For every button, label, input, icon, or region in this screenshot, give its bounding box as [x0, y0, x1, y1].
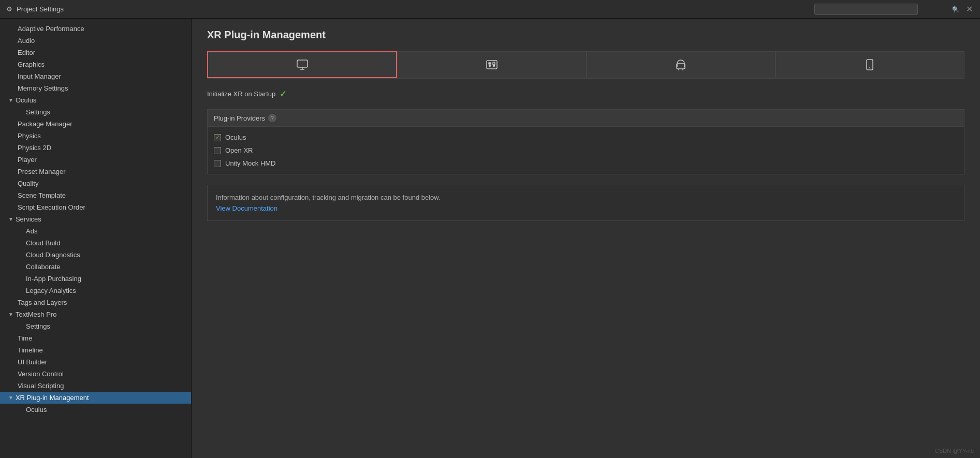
svg-rect-4	[489, 63, 491, 64]
search-input[interactable]	[814, 4, 918, 15]
arrow-icon: ▼	[8, 216, 13, 222]
title-bar-actions: ⋮ ✕	[948, 3, 975, 15]
checkbox-open-xr[interactable]	[214, 147, 221, 154]
sidebar-label: Collaborate	[26, 263, 61, 271]
sidebar-item-collaborate[interactable]: Collaborate	[0, 261, 191, 273]
plugin-providers-header: Plug-in Providers ?	[207, 109, 964, 126]
sidebar-item-legacy-analytics[interactable]: Legacy Analytics	[0, 285, 191, 297]
sidebar-item-input-manager[interactable]: Input Manager	[0, 70, 191, 82]
sidebar-label: Visual Scripting	[18, 382, 64, 390]
sidebar: Adaptive PerformanceAudioEditorGraphicsI…	[0, 19, 192, 458]
sidebar-label: Physics 2D	[18, 144, 51, 152]
sidebar-item-package-manager[interactable]: Package Manager	[0, 118, 191, 130]
sidebar-label: Legacy Analytics	[26, 287, 76, 294]
tab-standalone[interactable]	[207, 51, 397, 78]
plugin-item-oculus: Oculus	[214, 131, 958, 144]
sidebar-label: Quality	[18, 180, 38, 187]
sidebar-item-oculus-settings[interactable]: Settings	[0, 106, 191, 118]
sidebar-label: Adaptive Performance	[18, 25, 84, 33]
sidebar-item-xr-oculus[interactable]: Oculus	[0, 404, 191, 416]
sidebar-label: Time	[18, 334, 32, 342]
sidebar-item-textmesh-settings[interactable]: Settings	[0, 320, 191, 332]
watermark: CSDN @YY-nb	[935, 448, 974, 454]
plugin-label-oculus: Oculus	[225, 134, 246, 141]
window-title: Project Settings	[17, 5, 64, 13]
sidebar-label: Scene Template	[18, 191, 66, 199]
sidebar-item-services[interactable]: ▼Services	[0, 213, 191, 225]
monitor-icon	[296, 58, 309, 71]
help-icon[interactable]: ?	[268, 114, 276, 122]
sidebar-label: Player	[18, 156, 37, 164]
settings-icon: ⚙	[5, 5, 13, 13]
sidebar-item-script-execution-order[interactable]: Script Execution Order	[0, 201, 191, 213]
content-area: XR Plug-in Management	[192, 19, 980, 458]
sidebar-label: Editor	[18, 49, 35, 56]
sidebar-label: Audio	[18, 37, 35, 45]
checkbox-unity-mock-hmd[interactable]	[214, 160, 221, 167]
sidebar-label: Oculus	[26, 406, 47, 413]
svg-point-7	[493, 65, 494, 67]
sidebar-label: XR Plug-in Management	[16, 394, 89, 402]
svg-rect-0	[297, 60, 308, 67]
plugin-label-unity-mock-hmd: Unity Mock HMD	[225, 159, 276, 167]
main-layout: Adaptive PerformanceAudioEditorGraphicsI…	[0, 19, 980, 458]
sidebar-item-visual-scripting[interactable]: Visual Scripting	[0, 380, 191, 392]
plugin-label-open-xr: Open XR	[225, 146, 253, 154]
view-documentation-link[interactable]: View Documentation	[216, 204, 277, 212]
sidebar-label: Settings	[26, 322, 50, 330]
sidebar-item-quality[interactable]: Quality	[0, 178, 191, 189]
initialize-xr-row: Initialize XR on Startup ✓	[207, 87, 964, 101]
plugin-providers-label: Plug-in Providers	[214, 114, 265, 122]
android-icon	[675, 58, 687, 71]
checkbox-oculus[interactable]	[214, 134, 221, 141]
sidebar-item-scene-template[interactable]: Scene Template	[0, 189, 191, 201]
close-icon[interactable]: ✕	[964, 3, 975, 15]
sidebar-item-timeline[interactable]: Timeline	[0, 344, 191, 356]
sidebar-label: In-App Purchasing	[26, 275, 81, 283]
sidebar-item-physics-2d[interactable]: Physics 2D	[0, 142, 191, 154]
sidebar-label: UI Builder	[18, 358, 47, 366]
arrow-icon: ▼	[8, 395, 13, 401]
sidebar-label: Graphics	[18, 61, 45, 68]
plugin-item-unity-mock-hmd: Unity Mock HMD	[214, 157, 958, 170]
tab-ios[interactable]	[776, 51, 964, 78]
sidebar-item-oculus[interactable]: ▼Oculus	[0, 94, 191, 106]
sidebar-item-audio[interactable]: Audio	[0, 35, 191, 47]
initialize-xr-checkmark[interactable]: ✓	[280, 89, 286, 99]
sidebar-label: TextMesh Pro	[16, 311, 56, 318]
svg-rect-5	[493, 62, 495, 65]
sidebar-item-memory-settings[interactable]: Memory Settings	[0, 82, 191, 94]
page-title: XR Plug-in Management	[207, 29, 964, 41]
sidebar-item-player[interactable]: Player	[0, 154, 191, 166]
console-icon	[486, 58, 498, 71]
sidebar-item-ads[interactable]: Ads	[0, 225, 191, 237]
sidebar-item-ui-builder[interactable]: UI Builder	[0, 356, 191, 368]
arrow-icon: ▼	[8, 312, 13, 317]
sidebar-item-physics[interactable]: Physics	[0, 130, 191, 142]
sidebar-item-in-app-purchasing[interactable]: In-App Purchasing	[0, 273, 191, 285]
sidebar-item-textmesh-pro[interactable]: ▼TextMesh Pro	[0, 308, 191, 320]
sidebar-item-cloud-diagnostics[interactable]: Cloud Diagnostics	[0, 249, 191, 261]
sidebar-label: Preset Manager	[18, 168, 66, 175]
sidebar-item-editor[interactable]: Editor	[0, 47, 191, 58]
sidebar-label: Cloud Diagnostics	[26, 251, 80, 259]
info-section: Information about configuration, trackin…	[207, 185, 964, 221]
tab-android[interactable]	[587, 51, 776, 78]
sidebar-label: Tags and Layers	[18, 299, 67, 306]
more-options-icon[interactable]: ⋮	[948, 3, 961, 15]
sidebar-item-cloud-build[interactable]: Cloud Build	[0, 237, 191, 249]
sidebar-item-tags-and-layers[interactable]: Tags and Layers	[0, 297, 191, 308]
sidebar-label: Version Control	[18, 370, 64, 378]
sidebar-label: Ads	[26, 227, 37, 235]
initialize-xr-label: Initialize XR on Startup	[207, 90, 275, 98]
sidebar-item-adaptive-performance[interactable]: Adaptive Performance	[0, 23, 191, 35]
sidebar-item-graphics[interactable]: Graphics	[0, 58, 191, 70]
tab-console[interactable]	[397, 51, 586, 78]
sidebar-label: Timeline	[18, 346, 43, 354]
sidebar-label: Memory Settings	[18, 84, 68, 92]
sidebar-item-version-control[interactable]: Version Control	[0, 368, 191, 380]
info-text: Information about configuration, trackin…	[216, 194, 956, 201]
sidebar-item-preset-manager[interactable]: Preset Manager	[0, 166, 191, 178]
sidebar-item-time[interactable]: Time	[0, 332, 191, 344]
sidebar-item-xr-plugin-management[interactable]: ▼XR Plug-in Management	[0, 392, 191, 404]
